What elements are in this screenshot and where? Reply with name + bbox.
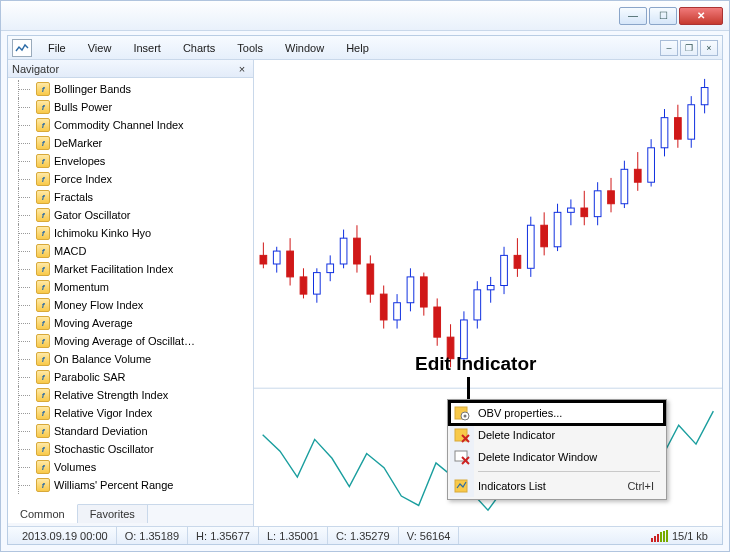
navigator-item[interactable]: fFractals [8,188,253,206]
navigator-item[interactable]: fMoving Average [8,314,253,332]
navigator-item[interactable]: fMarket Facilitation Index [8,260,253,278]
navigator-item[interactable]: fForce Index [8,170,253,188]
menu-view[interactable]: View [78,39,122,57]
navigator-item[interactable]: fStandard Deviation [8,422,253,440]
status-volume: V: 56164 [399,527,460,544]
properties-icon [454,405,470,421]
navigator-tree[interactable]: fBollinger BandsfBulls PowerfCommodity C… [8,78,253,504]
ctx-properties-label: OBV properties... [478,407,562,419]
navigator-item-label: Ichimoku Kinko Hyo [54,227,151,239]
navigator-item[interactable]: fStochastic Oscillator [8,440,253,458]
navigator-item[interactable]: fBulls Power [8,98,253,116]
svg-rect-36 [487,286,494,290]
indicator-icon: f [36,478,50,492]
navigator-item[interactable]: fDeMarker [8,134,253,152]
svg-rect-8 [300,277,307,294]
window-minimize-button[interactable]: — [619,7,647,25]
status-high: H: 1.35677 [188,527,259,544]
indicator-icon: f [36,352,50,366]
navigator-item-label: Stochastic Oscillator [54,443,154,455]
menu-tools[interactable]: Tools [227,39,273,57]
navigator-item-label: Fractals [54,191,93,203]
app-icon[interactable] [12,39,32,57]
navigator-close-button[interactable]: × [235,62,249,76]
status-low: L: 1.35001 [259,527,328,544]
navigator-header[interactable]: Navigator × [8,60,253,78]
navigator-item-label: Money Flow Index [54,299,143,311]
navigator-item[interactable]: fMoving Average of Oscillat… [8,332,253,350]
ctx-delete-window[interactable]: Delete Indicator Window [450,446,664,468]
status-close: C: 1.35279 [328,527,399,544]
menu-charts[interactable]: Charts [173,39,225,57]
svg-rect-42 [527,225,534,268]
menu-help[interactable]: Help [336,39,379,57]
mdi-close-button[interactable]: × [700,40,718,56]
svg-rect-10 [314,273,321,295]
navigator-item[interactable]: fParabolic SAR [8,368,253,386]
navigator-item-label: Relative Vigor Index [54,407,152,419]
navigator-item-label: Force Index [54,173,112,185]
svg-rect-50 [581,208,588,217]
ctx-indicators-list[interactable]: Indicators List Ctrl+I [450,475,664,497]
menu-insert[interactable]: Insert [123,39,171,57]
indicator-icon: f [36,316,50,330]
navigator-item[interactable]: fMACD [8,242,253,260]
window-maximize-button[interactable]: ☐ [649,7,677,25]
navigator-item-label: Bollinger Bands [54,83,131,95]
menu-window[interactable]: Window [275,39,334,57]
tab-common[interactable]: Common [8,504,78,523]
svg-point-71 [464,415,467,418]
navigator-item-label: Commodity Channel Index [54,119,184,131]
indicator-icon: f [36,226,50,240]
navigator-item-label: Relative Strength Index [54,389,168,401]
navigator-item-label: DeMarker [54,137,102,149]
mdi-restore-button[interactable]: ❐ [680,40,698,56]
indicator-icon: f [36,82,50,96]
svg-rect-62 [661,118,668,148]
tab-favorites[interactable]: Favorites [78,505,148,523]
svg-rect-52 [594,191,601,217]
navigator-title: Navigator [12,63,59,75]
titlebar[interactable]: — ☐ ✕ [1,1,729,31]
navigator-item[interactable]: fCommodity Channel Index [8,116,253,134]
navigator-item-label: Volumes [54,461,96,473]
navigator-item[interactable]: fRelative Vigor Index [8,404,253,422]
indicator-icon: f [36,424,50,438]
ctx-indicators-list-shortcut: Ctrl+I [627,480,654,492]
status-conn-text: 15/1 kb [672,530,708,542]
navigator-item[interactable]: fIchimoku Kinko Hyo [8,224,253,242]
navigator-item[interactable]: fWilliams' Percent Range [8,476,253,494]
svg-rect-46 [554,212,561,246]
navigator-item[interactable]: fGator Oscillator [8,206,253,224]
window-close-button[interactable]: ✕ [679,7,723,25]
svg-rect-66 [688,105,695,139]
navigator-item[interactable]: fMomentum [8,278,253,296]
indicator-icon: f [36,280,50,294]
svg-rect-58 [634,169,641,182]
ctx-indicators-list-label: Indicators List [478,480,546,492]
window-frame: — ☐ ✕ File View Insert Charts Tools Wind… [0,0,730,552]
ctx-delete-window-label: Delete Indicator Window [478,451,597,463]
mdi-minimize-button[interactable]: – [660,40,678,56]
status-open: O: 1.35189 [117,527,188,544]
indicator-icon: f [36,298,50,312]
svg-rect-2 [260,255,267,264]
svg-rect-40 [514,255,521,268]
indicator-icon: f [36,244,50,258]
navigator-item[interactable]: fVolumes [8,458,253,476]
ctx-delete-indicator-label: Delete Indicator [478,429,555,441]
svg-rect-20 [380,294,387,320]
indicator-icon: f [36,208,50,222]
navigator-item[interactable]: fOn Balance Volume [8,350,253,368]
ctx-obv-properties[interactable]: OBV properties... [450,402,664,424]
navigator-item[interactable]: fRelative Strength Index [8,386,253,404]
navigator-item[interactable]: fMoney Flow Index [8,296,253,314]
navigator-item[interactable]: fBollinger Bands [8,80,253,98]
ctx-delete-indicator[interactable]: Delete Indicator [450,424,664,446]
navigator-item[interactable]: fEnvelopes [8,152,253,170]
navigator-item-label: Momentum [54,281,109,293]
svg-rect-54 [608,191,615,204]
indicator-icon: f [36,334,50,348]
navigator-item-label: Market Facilitation Index [54,263,173,275]
menu-file[interactable]: File [38,39,76,57]
